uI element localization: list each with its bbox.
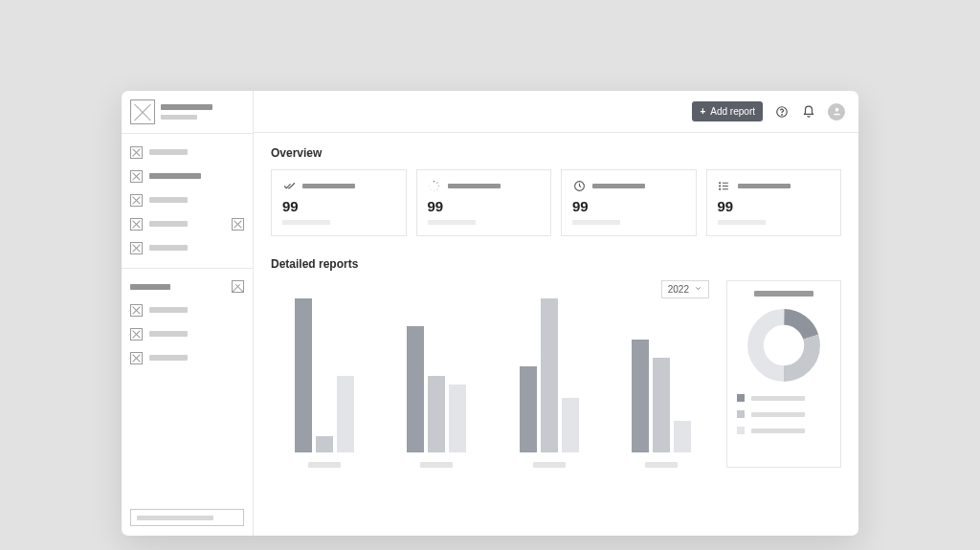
plus-icon: +	[700, 106, 705, 117]
chevron-down-icon	[694, 284, 702, 295]
nav-item-label	[149, 355, 188, 361]
collapse-icon[interactable]	[232, 280, 244, 293]
nav-item-label	[149, 221, 188, 227]
card-sublabel	[572, 220, 620, 225]
sidebar-item[interactable]	[130, 169, 244, 183]
legend-swatch	[737, 410, 745, 418]
spinner-icon	[428, 179, 441, 192]
nav-item-badge-icon	[232, 218, 244, 231]
legend-label	[751, 396, 805, 401]
bar-column	[674, 421, 691, 452]
reports-title: Detailed reports	[271, 257, 841, 271]
nav-item-label	[149, 331, 188, 337]
year-value: 2022	[668, 284, 689, 295]
bar-column	[316, 436, 333, 452]
search-input[interactable]	[130, 509, 244, 526]
svg-point-10	[431, 182, 432, 183]
svg-point-8	[431, 188, 432, 189]
year-select[interactable]: 2022	[661, 280, 709, 298]
overview-card[interactable]: 99	[416, 169, 552, 236]
svg-point-13	[720, 185, 721, 186]
card-sublabel	[428, 220, 476, 225]
nav-item-label	[149, 197, 188, 203]
bar-xlabel	[390, 462, 485, 468]
nav-item-label	[149, 173, 201, 179]
card-value: 99	[282, 198, 395, 214]
donut-title	[754, 291, 813, 297]
help-icon[interactable]	[774, 104, 790, 120]
add-report-button[interactable]: + Add report	[692, 101, 763, 121]
nav-item-icon	[130, 352, 143, 364]
bar-column	[632, 340, 649, 452]
sidebar-item[interactable]	[130, 351, 244, 364]
sidebar-item[interactable]	[130, 217, 244, 231]
legend-label	[751, 429, 805, 433]
card-label	[302, 184, 355, 188]
bar-column	[653, 358, 670, 452]
sidebar	[122, 91, 254, 536]
card-value: 99	[572, 198, 685, 214]
bar-chart	[271, 280, 715, 452]
topbar: + Add report	[254, 91, 858, 133]
donut-legend	[737, 394, 831, 434]
nav-item-label	[149, 149, 188, 155]
card-label	[448, 184, 501, 188]
legend-swatch	[737, 427, 745, 434]
app-window: + Add report Overview 99 99	[122, 91, 858, 536]
svg-point-2	[835, 108, 838, 112]
bar-column	[428, 376, 445, 452]
overview-card[interactable]: 99	[271, 169, 407, 236]
add-report-label: Add report	[710, 106, 755, 117]
bell-icon[interactable]	[801, 104, 816, 120]
bar-column	[337, 376, 354, 452]
bar-group	[501, 298, 597, 452]
brand[interactable]	[122, 91, 253, 134]
svg-point-3	[434, 180, 434, 181]
nav-item-icon	[130, 170, 143, 183]
svg-point-7	[434, 189, 434, 190]
donut-chart	[746, 308, 821, 383]
bar-column	[562, 398, 579, 452]
svg-point-1	[782, 114, 783, 115]
logo-icon	[130, 99, 155, 124]
nav-item-icon	[130, 194, 143, 207]
bar-xlabel	[501, 462, 597, 468]
card-value: 99	[718, 198, 831, 214]
bar-column	[449, 385, 466, 452]
sidebar-item[interactable]	[130, 193, 244, 207]
content: Overview 99 99 99 99 Detailed reports 20…	[254, 133, 858, 481]
legend-label	[751, 412, 805, 417]
nav-secondary-header[interactable]	[130, 280, 244, 293]
bar-group	[277, 298, 372, 452]
sidebar-item[interactable]	[130, 145, 244, 159]
card-label	[592, 184, 645, 188]
svg-point-5	[438, 185, 439, 186]
overview-card[interactable]: 99	[561, 169, 697, 236]
legend-item	[737, 427, 831, 434]
donut-panel	[726, 280, 841, 468]
overview-title: Overview	[271, 146, 841, 160]
avatar[interactable]	[828, 103, 845, 121]
svg-point-6	[436, 188, 437, 189]
legend-item	[737, 394, 831, 402]
bar-chart-panel: 2022	[271, 280, 715, 468]
sidebar-item[interactable]	[130, 327, 244, 341]
reports-row: 2022	[271, 280, 841, 468]
nav-item-icon	[130, 218, 143, 231]
overview-card[interactable]: 99	[706, 169, 842, 236]
nav-item-icon	[130, 242, 143, 254]
brand-text	[161, 104, 212, 120]
nav-item-icon	[130, 328, 143, 341]
nav-primary	[122, 134, 253, 260]
card-sublabel	[282, 220, 330, 225]
legend-item	[737, 410, 831, 418]
nav-item-icon	[130, 146, 143, 159]
bar-group	[614, 340, 710, 452]
sidebar-item[interactable]	[130, 241, 244, 254]
bar-xlabel	[277, 462, 372, 468]
bar-column	[520, 366, 537, 452]
sidebar-item[interactable]	[130, 303, 244, 317]
nav-item-label	[149, 307, 188, 313]
svg-point-4	[436, 182, 437, 183]
svg-point-12	[720, 182, 721, 183]
